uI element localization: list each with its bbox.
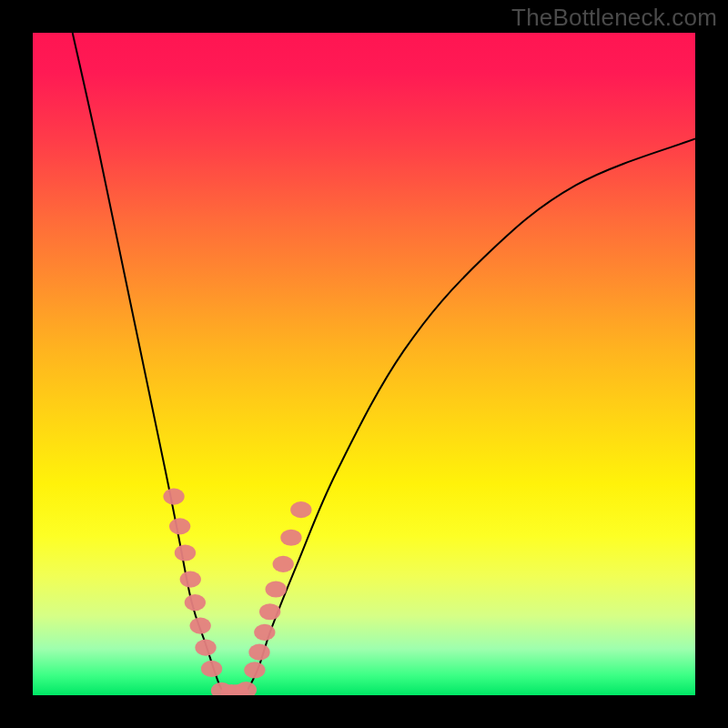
marker-left bbox=[180, 571, 201, 588]
plot-area bbox=[33, 33, 695, 695]
left-curve bbox=[73, 33, 225, 695]
marker-left bbox=[201, 661, 222, 677]
marker-right bbox=[266, 581, 287, 597]
marker-left bbox=[169, 518, 190, 534]
markers-group bbox=[163, 489, 311, 696]
marker-right bbox=[244, 662, 265, 678]
chart-frame: TheBottleneck.com bbox=[0, 0, 728, 728]
marker-left bbox=[175, 544, 196, 561]
curve-group bbox=[73, 33, 695, 695]
marker-left bbox=[190, 617, 211, 633]
chart-svg bbox=[33, 33, 695, 695]
marker-right bbox=[259, 603, 280, 620]
watermark-text: TheBottleneck.com bbox=[511, 4, 717, 32]
marker-left bbox=[195, 639, 216, 655]
marker-bottom bbox=[236, 682, 257, 695]
marker-right bbox=[254, 624, 275, 641]
marker-right bbox=[280, 530, 301, 546]
right-curve bbox=[245, 138, 695, 695]
marker-right bbox=[290, 501, 311, 518]
marker-right bbox=[248, 644, 269, 661]
marker-right bbox=[273, 556, 294, 572]
marker-left bbox=[185, 594, 206, 611]
marker-left bbox=[163, 489, 184, 505]
